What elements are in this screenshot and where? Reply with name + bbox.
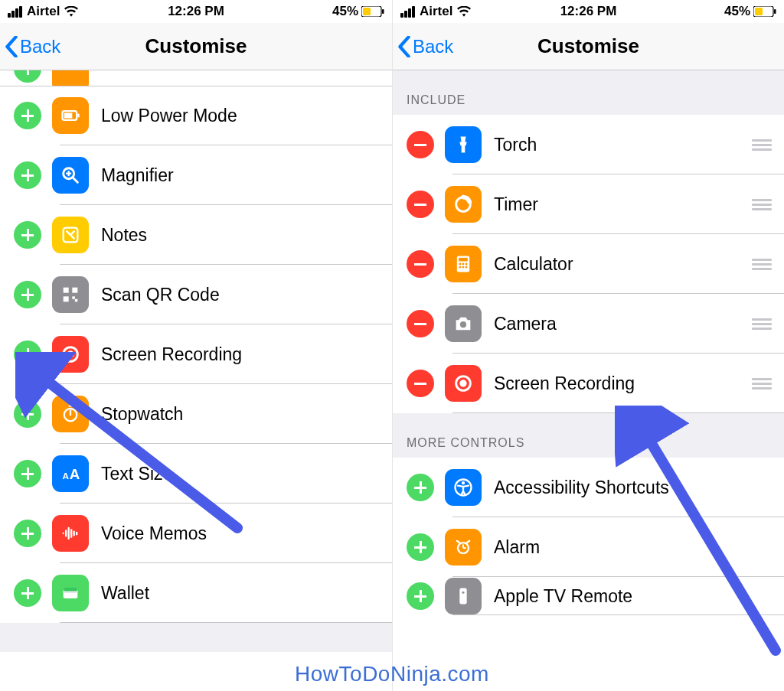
list-item[interactable]: Low Power Mode (0, 86, 392, 145)
svg-point-50 (462, 481, 465, 484)
svg-point-17 (67, 350, 74, 357)
row-label: Alarm (494, 537, 773, 558)
drag-handle[interactable] (750, 139, 773, 151)
svg-point-56 (462, 592, 464, 594)
drag-handle[interactable] (750, 378, 773, 390)
list-item[interactable]: Notes (0, 205, 392, 265)
svg-point-48 (459, 380, 466, 386)
list-item[interactable]: Voice Memos (0, 504, 392, 563)
section-header-more: MORE CONTROLS (393, 413, 784, 458)
row-label: Torch (494, 135, 750, 155)
list-item[interactable]: Wallet (0, 563, 392, 623)
clock: 12:26 PM (0, 4, 392, 19)
alarm-icon (445, 529, 482, 566)
wallet-icon (52, 575, 89, 611)
row-label: Low Power Mode (101, 106, 381, 126)
status-bar: Airtel 12:26 PM 45% (393, 0, 784, 23)
svg-point-44 (462, 266, 465, 269)
svg-rect-31 (64, 588, 78, 592)
timer-icon (445, 186, 482, 223)
accessibility-icon (445, 469, 482, 506)
low-power-icon (52, 97, 89, 134)
add-button[interactable] (14, 161, 41, 189)
list-item[interactable]: Accessibility Shortcuts (393, 458, 784, 517)
svg-rect-32 (64, 592, 78, 593)
stopwatch-icon (52, 396, 89, 432)
svg-rect-14 (72, 296, 75, 299)
screen-recording-icon (52, 336, 89, 373)
add-button[interactable] (14, 221, 41, 249)
torch-icon (445, 126, 482, 163)
screen-recording-icon (445, 365, 482, 402)
add-button[interactable] (14, 102, 41, 129)
list-item[interactable]: Calculator (393, 234, 784, 294)
svg-line-7 (74, 178, 78, 183)
row-label: Apple TV Remote (494, 586, 773, 607)
row-label: Magnifier (101, 165, 381, 186)
add-button[interactable] (407, 474, 434, 501)
nav-bar: Back Customise (393, 23, 784, 70)
page-title: Customise (393, 34, 784, 58)
svg-rect-15 (75, 299, 78, 302)
phone-right: Airtel 12:26 PM 45% Back Customise INCLU… (392, 0, 784, 691)
list-item[interactable]: Scan QR Code (0, 265, 392, 324)
qr-icon (52, 276, 89, 313)
row-label: Camera (494, 314, 750, 334)
svg-rect-4 (64, 113, 73, 119)
list-item[interactable]: Magnifier (0, 145, 392, 205)
notes-icon (52, 217, 89, 253)
list-item[interactable]: Camera (393, 294, 784, 354)
list-item[interactable]: Screen Recording (0, 324, 392, 384)
svg-point-43 (459, 266, 462, 269)
list-item[interactable]: Stopwatch (0, 384, 392, 444)
svg-text:A: A (70, 466, 80, 482)
svg-rect-11 (64, 288, 69, 293)
list-item[interactable] (0, 70, 392, 86)
camera-icon (445, 305, 482, 342)
svg-rect-12 (72, 288, 77, 293)
row-label: Calculator (494, 254, 750, 275)
list-item[interactable]: Apple TV Remote (393, 577, 784, 615)
remove-button[interactable] (407, 131, 434, 158)
add-button[interactable] (14, 281, 41, 308)
add-button[interactable] (14, 460, 41, 487)
drag-handle[interactable] (750, 259, 773, 270)
row-label: Notes (101, 225, 381, 246)
svg-rect-21 (69, 405, 73, 406)
list-item[interactable]: Timer (393, 174, 784, 234)
apple-tv-remote-icon (445, 578, 482, 614)
remove-button[interactable] (407, 310, 434, 337)
add-button[interactable] (14, 400, 41, 428)
remove-button[interactable] (407, 250, 434, 278)
svg-point-42 (466, 263, 468, 266)
remove-button[interactable] (407, 370, 434, 397)
add-button[interactable] (407, 533, 434, 561)
svg-text:A: A (63, 471, 70, 481)
list-item[interactable]: Torch (393, 115, 784, 174)
section-header-include: INCLUDE (393, 70, 784, 115)
list-item[interactable]: Alarm (393, 517, 784, 577)
add-button[interactable] (14, 70, 41, 83)
clock: 12:26 PM (393, 4, 784, 19)
row-label: Stopwatch (101, 404, 381, 425)
svg-point-40 (459, 263, 462, 266)
list-item[interactable]: AA Text Size (0, 444, 392, 504)
page-title: Customise (0, 34, 392, 58)
svg-rect-5 (77, 114, 79, 118)
text-size-icon: AA (52, 455, 89, 492)
add-button[interactable] (407, 582, 434, 610)
row-label: Accessibility Shortcuts (494, 478, 773, 498)
drag-handle[interactable] (750, 318, 773, 330)
add-button[interactable] (14, 520, 41, 547)
svg-point-41 (462, 263, 465, 266)
svg-point-46 (460, 321, 466, 328)
remove-button[interactable] (407, 191, 434, 218)
drag-handle[interactable] (750, 199, 773, 210)
svg-rect-13 (64, 296, 69, 301)
row-label: Screen Recording (101, 344, 381, 365)
row-label: Wallet (101, 583, 381, 604)
list-item[interactable]: Screen Recording (393, 354, 784, 413)
add-button[interactable] (14, 341, 41, 368)
row-label: Voice Memos (101, 523, 381, 544)
add-button[interactable] (14, 579, 41, 607)
